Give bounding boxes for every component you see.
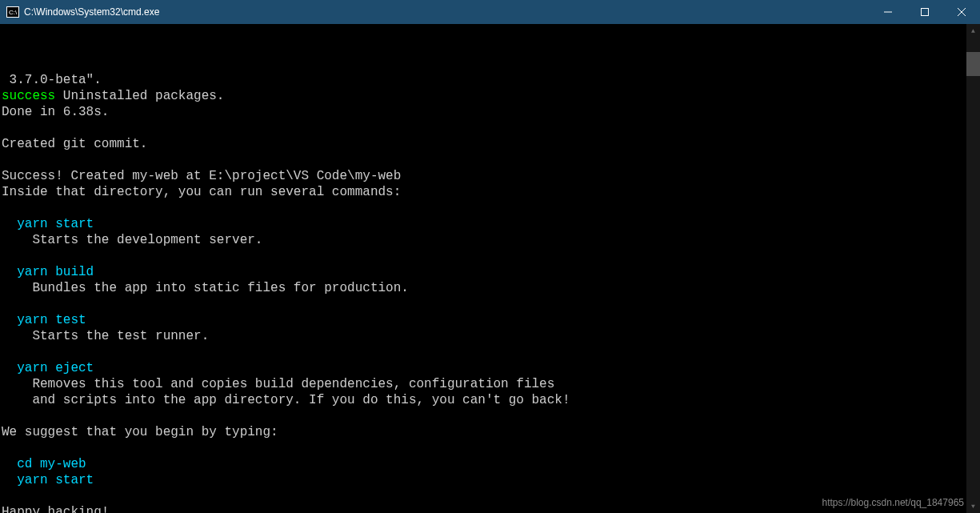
terminal-output: 3.7.0-beta". success Uninstalled package… — [0, 56, 980, 513]
cmd-icon: C:\ — [6, 6, 19, 18]
success-label: success — [2, 89, 55, 103]
svg-rect-1 — [922, 9, 929, 16]
terminal-area[interactable]: 3.7.0-beta". success Uninstalled package… — [0, 24, 980, 513]
output-line: Success! Created my-web at E:\project\VS… — [2, 169, 401, 183]
output-line: Done in 6.38s. — [2, 105, 109, 119]
command-hint: yarn test — [2, 313, 86, 327]
minimize-button[interactable] — [870, 0, 906, 24]
command-hint: yarn start — [2, 473, 94, 487]
command-hint: yarn eject — [2, 361, 94, 375]
output-line: Created git commit. — [2, 137, 147, 151]
window-title: C:\Windows\System32\cmd.exe — [24, 6, 870, 18]
output-line: Starts the test runner. — [2, 329, 209, 343]
command-hint: yarn start — [2, 217, 94, 231]
scrollbar-down-button[interactable]: ▼ — [966, 499, 980, 513]
close-button[interactable] — [943, 0, 980, 24]
watermark: https://blog.csdn.net/qq_1847965 — [822, 497, 964, 508]
output-line: Uninstalled packages. — [55, 89, 224, 103]
output-line: We suggest that you begin by typing: — [2, 425, 278, 439]
scrollbar-thumb[interactable] — [966, 52, 980, 76]
scrollbar[interactable]: ▲ ▼ — [966, 24, 980, 513]
window-titlebar: C:\ C:\Windows\System32\cmd.exe — [0, 0, 980, 24]
scrollbar-up-button[interactable]: ▲ — [966, 24, 980, 38]
close-icon — [958, 8, 966, 16]
minimize-icon — [884, 8, 892, 16]
output-line: Removes this tool and copies build depen… — [2, 377, 554, 391]
output-line: 3.7.0-beta". — [2, 73, 102, 87]
output-line: Starts the development server. — [2, 233, 262, 247]
maximize-button[interactable] — [906, 0, 943, 24]
output-line: Inside that directory, you can run sever… — [2, 185, 401, 199]
maximize-icon — [921, 8, 929, 16]
output-line: and scripts into the app directory. If y… — [2, 393, 570, 407]
command-hint: yarn build — [2, 265, 94, 279]
command-hint: cd my-web — [2, 457, 86, 471]
output-line: Happy hacking! — [2, 505, 109, 513]
output-line: Bundles the app into static files for pr… — [2, 281, 409, 295]
window-controls — [870, 0, 980, 24]
